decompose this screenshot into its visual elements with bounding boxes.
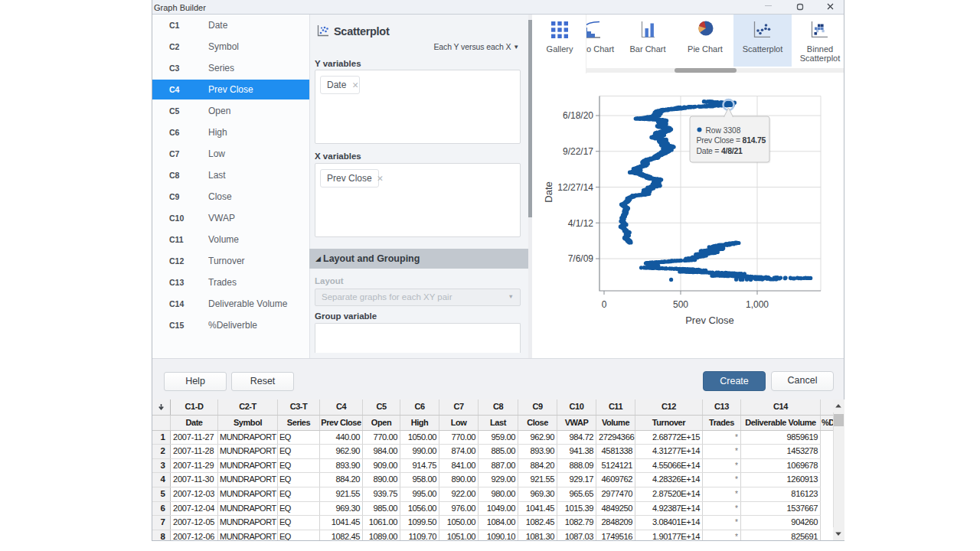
svg-text:4/1/12: 4/1/12 [568, 218, 594, 229]
svg-text:Date: Date [543, 181, 554, 202]
svg-text:500: 500 [673, 299, 688, 310]
svg-text:6/18/20: 6/18/20 [563, 110, 593, 121]
svg-text:0: 0 [602, 299, 607, 310]
svg-text:7/6/09: 7/6/09 [568, 253, 594, 264]
svg-text:9/22/17: 9/22/17 [563, 146, 593, 157]
svg-text:Date = 4/8/21: Date = 4/8/21 [697, 147, 743, 155]
svg-text:Row 3308: Row 3308 [706, 126, 741, 135]
svg-text:1,000: 1,000 [746, 299, 769, 310]
svg-text:12/27/14: 12/27/14 [557, 182, 593, 193]
svg-text:Prev Close = 814.75: Prev Close = 814.75 [697, 136, 766, 145]
svg-text:Prev Close: Prev Close [685, 315, 734, 326]
